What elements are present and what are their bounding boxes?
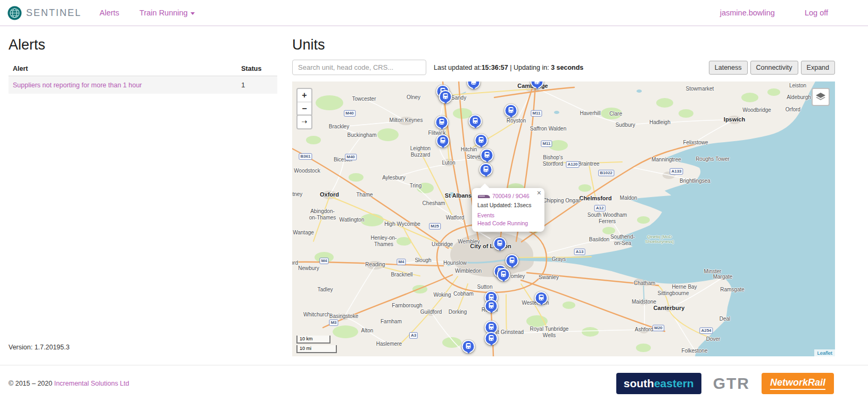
road-badge: M4 [396, 259, 406, 265]
train-marker[interactable] [435, 116, 449, 129]
networkrail-logo-text: NetworkRail [770, 377, 825, 390]
gtr-logo: GTR [713, 374, 750, 393]
layers-icon [815, 92, 826, 102]
road-badge: M40 [345, 154, 357, 160]
train-icon [489, 324, 494, 330]
popup-unit-link[interactable]: 700049 / 9O46 [492, 193, 529, 199]
road-badge: M40 [344, 110, 356, 117]
train-marker[interactable] [462, 340, 475, 353]
alerts-table-body: Suppliers not reporting for more than 1 … [9, 76, 277, 94]
road-badge: A254 [699, 328, 713, 334]
alerts-column-status: Status [237, 62, 277, 76]
train-marker[interactable] [469, 115, 482, 128]
navbar: SENTINEL Alerts Train Running jasmine.bo… [0, 0, 868, 26]
train-icon [479, 137, 484, 143]
road-badge: M25 [429, 223, 441, 230]
train-marker[interactable] [485, 332, 498, 345]
train-marker[interactable] [480, 163, 493, 176]
nav-item-alerts[interactable]: Alerts [100, 9, 119, 17]
train-icon [501, 271, 506, 277]
road-badge: M4 [319, 258, 328, 264]
train-icon [466, 343, 471, 349]
train-icon [441, 137, 445, 143]
train-marker[interactable] [497, 268, 510, 281]
zoom-out-button[interactable]: − [297, 102, 311, 115]
pan-arrow-button[interactable]: ⇢ [296, 115, 312, 129]
train-marker[interactable] [493, 237, 507, 250]
road-badge: A120 [566, 161, 579, 168]
train-icon [443, 93, 448, 99]
networkrail-logo: NetworkRail [762, 373, 834, 394]
map-popup: × 700049 / 9O46 Last Updated: 13secs Eve… [472, 188, 544, 232]
lateness-button[interactable]: Lateness [709, 61, 748, 75]
train-icon [509, 107, 514, 113]
southeastern-logo-text2: eastern [654, 377, 694, 390]
alerts-table: Alert Status Suppliers not reporting for… [9, 62, 277, 94]
train-marker[interactable] [505, 104, 518, 117]
zoom-control: + − [296, 88, 312, 116]
zoom-in-button[interactable]: + [297, 89, 311, 102]
popup-links: EventsHead Code Running [477, 210, 539, 226]
events-link[interactable]: Events [477, 212, 494, 218]
train-icon [535, 81, 540, 84]
train-marker[interactable] [506, 254, 519, 267]
company-link[interactable]: Incremental Solutions Ltd [54, 380, 129, 387]
train-icon [484, 166, 489, 172]
popup-close-icon[interactable]: × [537, 189, 541, 197]
head-code-running-link[interactable]: Head Code Running [477, 220, 528, 226]
train-icon [440, 119, 444, 125]
alert-cell: Suppliers not reporting for more than 1 … [9, 76, 237, 94]
layers-control[interactable] [812, 88, 830, 106]
scale-bar-mi: 10 mi [296, 345, 337, 353]
alerts-column-alert: Alert [9, 62, 237, 76]
train-thumbnail [477, 194, 490, 199]
train-icon [498, 240, 502, 246]
train-icon [539, 295, 544, 300]
search-input[interactable] [292, 60, 426, 75]
road-badge: A13 [574, 249, 585, 255]
train-marker[interactable] [535, 291, 548, 305]
user-menu[interactable]: jasmine.bowling [720, 9, 775, 17]
train-marker[interactable] [485, 299, 498, 313]
map[interactable]: TowcesterOlneySandyCambridgeStowmarketLe… [292, 81, 835, 356]
train-marker[interactable] [481, 149, 494, 162]
last-updated-time: 15:36:57 [482, 64, 508, 71]
southeastern-logo-text: south [624, 377, 654, 390]
road-badge: M20 [652, 325, 664, 331]
last-updated-label: Last updated at: [434, 64, 482, 71]
road-badge: B1022 [598, 170, 614, 176]
brand[interactable]: SENTINEL [7, 6, 81, 20]
road-badge: M3 [329, 320, 338, 326]
version-text: Version: 1.7.20195.3 [9, 340, 277, 356]
train-marker[interactable] [436, 134, 450, 148]
units-title: Units [292, 37, 835, 53]
map-attribution: Leaflet [814, 349, 835, 356]
copyright-years: © 2015 – 2020 [9, 380, 52, 387]
chevron-down-icon [191, 12, 195, 15]
brand-name: SENTINEL [26, 7, 81, 19]
train-icon [473, 118, 478, 124]
road-badge: M11 [541, 141, 552, 147]
units-panel: Units Last updated at:15:36:57 | Updatin… [292, 29, 835, 356]
train-marker[interactable] [439, 90, 452, 103]
road-badge: A3 [409, 332, 418, 339]
main-content: Alerts Alert Status Suppliers not report… [0, 26, 868, 356]
road-badge: A12 [594, 205, 606, 211]
footer: © 2015 – 2020 Incremental Solutions Ltd … [0, 365, 868, 402]
update-status-line: Last updated at:15:36:57 | Updating in: … [434, 64, 583, 71]
sentinel-logo-icon [7, 6, 22, 20]
nav-item-train-running[interactable]: Train Running [139, 9, 195, 17]
log-off-button[interactable]: Log off [805, 9, 828, 17]
road-badge: A133 [669, 168, 683, 175]
alert-link[interactable]: Suppliers not reporting for more than 1 … [13, 81, 142, 89]
expand-button[interactable]: Expand [801, 61, 835, 75]
connectivity-button[interactable]: Connectivity [750, 61, 798, 75]
train-icon [510, 257, 515, 263]
train-marker[interactable] [475, 134, 488, 147]
leaflet-link[interactable]: Leaflet [817, 350, 832, 356]
road-badge: M11 [531, 110, 542, 117]
popup-link-row: Head Code Running [477, 218, 539, 226]
scale-bar-km: 10 km [296, 336, 330, 344]
partner-logos: southeastern GTR NetworkRail [616, 373, 834, 394]
popup-last-updated: Last Updated: 13secs [477, 202, 539, 208]
